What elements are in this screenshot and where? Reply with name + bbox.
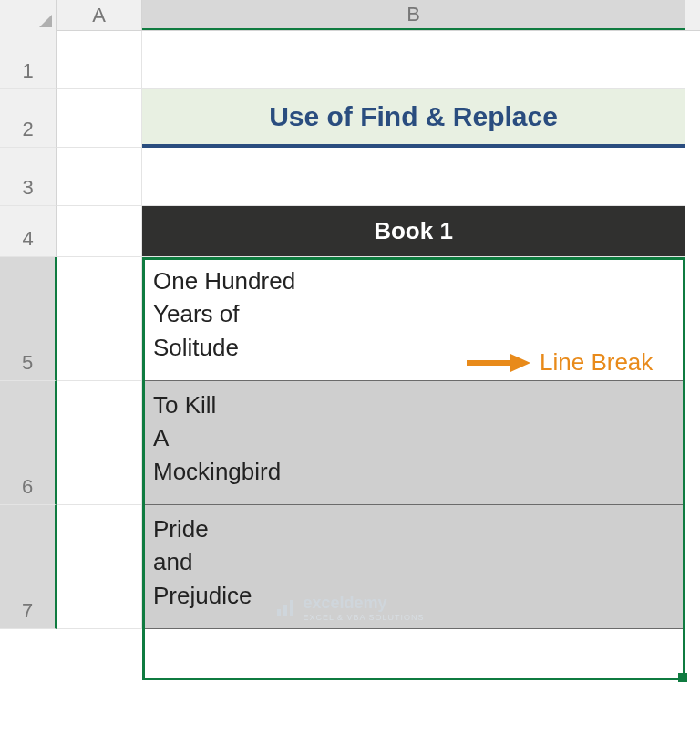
svg-rect-3 xyxy=(283,605,287,616)
watermark-brand: exceldemy xyxy=(303,594,386,612)
row-header-2[interactable]: 2 xyxy=(0,89,57,148)
svg-rect-4 xyxy=(290,600,293,616)
row-header-5[interactable]: 5 xyxy=(0,257,57,381)
cell-A4[interactable] xyxy=(57,206,142,257)
column-header-A[interactable]: A xyxy=(57,0,142,30)
row-header-4[interactable]: 4 xyxy=(0,206,57,257)
cell-A1[interactable] xyxy=(57,31,142,89)
row-header-1[interactable]: 1 xyxy=(0,31,57,89)
cell-A5[interactable] xyxy=(57,257,142,381)
title-cell[interactable]: Use of Find & Replace xyxy=(142,89,685,148)
cell-grid: Use of Find & Replace Book 1 One Hundred… xyxy=(57,31,685,629)
column-header-B[interactable]: B xyxy=(142,0,685,30)
svg-rect-2 xyxy=(277,609,281,616)
spreadsheet: A B 1 2 3 4 5 6 7 Use of Find & Replace xyxy=(0,0,700,629)
cell-A6[interactable] xyxy=(57,381,142,505)
table-header-cell[interactable]: Book 1 xyxy=(142,206,685,257)
row-header-6[interactable]: 6 xyxy=(0,381,57,505)
cell-B1[interactable] xyxy=(142,31,685,89)
cell-A3[interactable] xyxy=(57,148,142,206)
chart-icon xyxy=(275,598,295,618)
row-headers: 1 2 3 4 5 6 7 xyxy=(0,31,57,629)
watermark: exceldemy EXCEL & VBA SOLUTIONS xyxy=(0,594,700,622)
cell-A2[interactable] xyxy=(57,89,142,148)
selection-fill-handle[interactable] xyxy=(678,673,687,682)
row-header-3[interactable]: 3 xyxy=(0,148,57,206)
column-header-row: A B xyxy=(0,0,700,31)
watermark-tagline: EXCEL & VBA SOLUTIONS xyxy=(303,613,424,622)
select-all-corner[interactable] xyxy=(0,0,57,31)
cell-B3[interactable] xyxy=(142,148,685,206)
cell-B5[interactable]: One Hundred Years of Solitude xyxy=(142,257,685,381)
cell-B6[interactable]: To Kill A Mockingbird xyxy=(142,381,685,505)
